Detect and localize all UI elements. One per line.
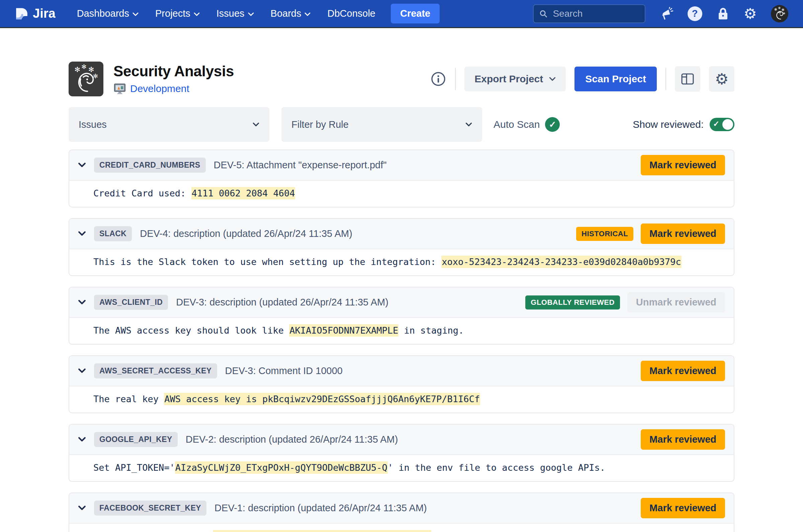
page-title: Security Analysis bbox=[113, 63, 234, 80]
secret-highlight: 4111 0062 2084 4604 bbox=[191, 187, 295, 200]
user-avatar[interactable]: ✻ ✻ ✻ ✻ bbox=[771, 5, 788, 22]
badge-historical: HISTORICAL bbox=[576, 227, 633, 241]
secret-highlight: AWS access key is pkBcqiwzv29DEzGSSoafjj… bbox=[164, 393, 480, 405]
page-settings-button[interactable]: ⚙ bbox=[709, 66, 734, 92]
jira-logo[interactable]: Jira bbox=[15, 6, 56, 21]
svg-text:✻: ✻ bbox=[783, 12, 785, 15]
rule-filter-select[interactable]: Filter by Rule bbox=[281, 107, 482, 142]
chevron-down-icon bbox=[248, 12, 254, 16]
collapse-chevron-icon[interactable] bbox=[78, 437, 86, 442]
divider bbox=[455, 68, 456, 90]
findings-list: CREDIT_CARD_NUMBERS DEV-5: Attachment "e… bbox=[69, 150, 734, 532]
secret-highlight: AKIAIO5FODNN7EXAMPLE bbox=[289, 324, 399, 337]
scope-select[interactable]: Issues bbox=[69, 107, 269, 142]
info-icon[interactable] bbox=[430, 71, 446, 87]
check-circle-icon: ✓ bbox=[545, 117, 560, 132]
rule-tag: SLACK bbox=[94, 226, 132, 241]
nav-item-label: Dashboards bbox=[77, 8, 129, 19]
panel-layout-button[interactable] bbox=[675, 66, 700, 92]
chevron-down-icon bbox=[253, 122, 259, 127]
export-project-label: Export Project bbox=[475, 73, 543, 84]
rule-tag: AWS_SECRET_ACCESS_KEY bbox=[94, 363, 217, 378]
nav-item-label: DbConsole bbox=[327, 8, 375, 19]
review-button[interactable]: Mark reviewed bbox=[641, 155, 725, 175]
finding-title: DEV-4: description (updated 26/Apr/24 11… bbox=[140, 228, 352, 239]
snippet-text: Credit Card used: bbox=[93, 188, 191, 198]
chevron-down-icon bbox=[194, 12, 200, 16]
finding-header-actions: HISTORICAL Mark reviewed bbox=[576, 224, 725, 244]
finding-snippet: Set API_TOKEN='AIzaSyCLWjZ0_ETxgPOxH-gQY… bbox=[69, 455, 734, 481]
toggle-check-icon: ✓ bbox=[713, 119, 719, 129]
chevron-down-icon bbox=[549, 77, 556, 81]
collapse-chevron-icon[interactable] bbox=[78, 506, 86, 511]
announcement-icon[interactable] bbox=[659, 7, 673, 21]
header-actions: Export Project Scan Project ⚙ bbox=[430, 66, 734, 92]
svg-text:✻: ✻ bbox=[81, 63, 86, 70]
snippet-text: The AWS access key should look like bbox=[93, 325, 289, 336]
export-project-button[interactable]: Export Project bbox=[464, 66, 566, 91]
snippet-text: Set API_TOKEN=' bbox=[93, 462, 175, 473]
review-button[interactable]: Mark reviewed bbox=[641, 224, 725, 244]
title-block: Security Analysis Development bbox=[113, 63, 234, 95]
scope-select-value: Issues bbox=[79, 119, 107, 130]
rule-tag: GOOGLE_API_KEY bbox=[94, 432, 178, 447]
auto-scan-status: Auto Scan ✓ bbox=[494, 117, 560, 132]
rule-tag: AWS_CLIENT_ID bbox=[94, 295, 168, 310]
finding-snippet: The AWS access key should look like AKIA… bbox=[69, 318, 734, 344]
search-icon bbox=[539, 9, 548, 19]
finding-header-actions: Mark reviewed bbox=[633, 429, 725, 450]
collapse-chevron-icon[interactable] bbox=[78, 368, 86, 374]
show-reviewed-toggle[interactable]: ✓ bbox=[710, 118, 734, 131]
finding-card-header: CREDIT_CARD_NUMBERS DEV-5: Attachment "e… bbox=[69, 150, 734, 181]
lock-icon[interactable] bbox=[716, 6, 730, 21]
collapse-chevron-icon[interactable] bbox=[78, 300, 86, 305]
nav-item-dbconsole[interactable]: DbConsole bbox=[327, 8, 375, 19]
toggle-knob bbox=[722, 119, 733, 130]
finding-title: DEV-5: Attachment "expense-report.pdf" bbox=[214, 159, 387, 171]
project-avatar: ✻ ✻ ✻ ✻ bbox=[69, 61, 103, 96]
finding-header-actions: Mark reviewed bbox=[633, 498, 725, 518]
finding-snippet: Credit Card used: 4111 0062 2084 4604 bbox=[69, 181, 734, 207]
nav-item-boards[interactable]: Boards bbox=[271, 8, 311, 19]
review-button[interactable]: Unmark reviewed bbox=[627, 292, 725, 312]
snippet-text: The real key bbox=[93, 394, 164, 404]
scan-project-button[interactable]: Scan Project bbox=[574, 66, 657, 91]
panel-layout-icon bbox=[680, 72, 695, 86]
rule-filter-value: Filter by Rule bbox=[291, 119, 349, 130]
finding-card: FACEBOOK_SECRET_KEY DEV-1: description (… bbox=[69, 493, 734, 532]
search-input[interactable] bbox=[552, 8, 639, 19]
nav-item-label: Issues bbox=[216, 8, 245, 19]
finding-title: DEV-2: description (updated 26/Apr/24 11… bbox=[186, 434, 398, 445]
global-search[interactable] bbox=[533, 4, 645, 23]
project-breadcrumb-link[interactable]: Development bbox=[130, 83, 189, 94]
finding-header-actions: Mark reviewed bbox=[633, 155, 725, 175]
project-link-row: Development bbox=[113, 82, 234, 95]
nav-item-projects[interactable]: Projects bbox=[155, 8, 200, 19]
review-button[interactable]: Mark reviewed bbox=[641, 429, 725, 450]
finding-card: AWS_SECRET_ACCESS_KEY DEV-3: Comment ID … bbox=[69, 355, 734, 413]
collapse-chevron-icon[interactable] bbox=[78, 231, 86, 236]
nav-item-issues[interactable]: Issues bbox=[216, 8, 254, 19]
help-icon[interactable]: ? bbox=[688, 6, 702, 21]
top-navbar: Jira Dashboards Projects Issues Boards D… bbox=[0, 0, 803, 28]
settings-gear-icon[interactable]: ⚙ bbox=[744, 6, 757, 21]
nav-item-dashboards[interactable]: Dashboards bbox=[77, 8, 138, 19]
finding-card: SLACK DEV-4: description (updated 26/Apr… bbox=[69, 218, 734, 276]
review-button[interactable]: Mark reviewed bbox=[641, 361, 725, 381]
secret-highlight: AIzaSyCLWjZ0_ETxgPOxH-gQYT9ODeWcBBZU5-Q bbox=[175, 461, 388, 474]
jira-logo-icon bbox=[15, 7, 29, 21]
chevron-down-icon bbox=[304, 12, 310, 16]
rule-tag: CREDIT_CARD_NUMBERS bbox=[94, 157, 206, 173]
review-button[interactable]: Mark reviewed bbox=[641, 498, 725, 518]
auto-scan-label: Auto Scan bbox=[494, 119, 540, 130]
collapse-chevron-icon[interactable] bbox=[78, 163, 86, 168]
desktop-computer-emoji bbox=[113, 82, 126, 95]
primary-nav: Dashboards Projects Issues Boards DbCons… bbox=[77, 8, 376, 19]
create-button[interactable]: Create bbox=[391, 4, 440, 23]
finding-header-actions: GLOBALLY REVIEWED Unmark reviewed bbox=[525, 292, 725, 312]
svg-text:✻: ✻ bbox=[774, 7, 777, 11]
finding-snippet: This is the Slack token to use when sett… bbox=[69, 249, 734, 276]
gear-icon: ⚙ bbox=[715, 71, 728, 87]
badge-reviewed: GLOBALLY REVIEWED bbox=[525, 296, 620, 309]
finding-card-header: FACEBOOK_SECRET_KEY DEV-1: description (… bbox=[69, 493, 734, 524]
